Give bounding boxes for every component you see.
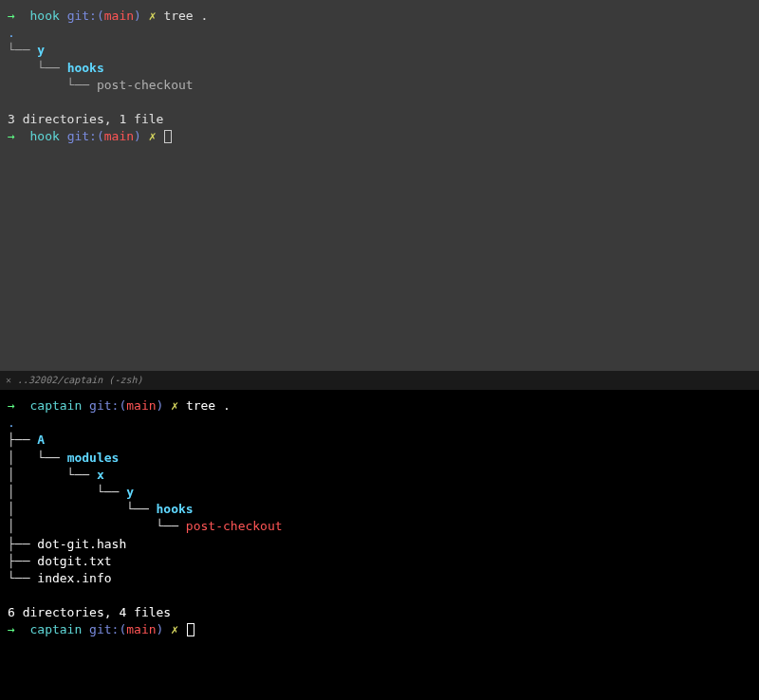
file-dot-git-hash: dot-git.hash (37, 537, 126, 551)
tree-line: ├── dot-git.hash (8, 536, 751, 553)
blank-line (8, 94, 751, 111)
prompt-line: → captain git:(main) ✗ (8, 621, 751, 638)
tree-line: └── y (8, 42, 751, 59)
git-branch: main (104, 9, 134, 23)
terminal-pane-top[interactable]: → hook git:(main) ✗ tree . . └── y └── h… (0, 0, 759, 371)
cursor (164, 130, 172, 143)
git-dirty-icon: ✗ (149, 9, 157, 23)
file-index-info: index.info (37, 571, 111, 585)
tree-line: │ └── post-checkout (8, 518, 751, 535)
git-label-close: ) (134, 9, 141, 23)
tab-bar: ✕ ..32002/captain (-zsh) (0, 371, 759, 390)
cursor (187, 623, 194, 636)
tree-line: ├── dotgit.txt (8, 553, 751, 570)
git-branch: main (104, 129, 134, 143)
tab-label[interactable]: ..32002/captain (-zsh) (17, 374, 142, 387)
file-dotgit-txt: dotgit.txt (37, 554, 111, 568)
prompt-line: → captain git:(main) ✗ tree . (8, 397, 751, 414)
prompt-arrow-icon: → (8, 9, 15, 23)
prompt-dir: hook (29, 9, 59, 23)
command-text: tree . (163, 9, 208, 23)
prompt-dir: captain (29, 398, 82, 413)
folder-hooks: hooks (67, 61, 104, 75)
command-text: tree . (186, 398, 231, 413)
file-post-checkout: post-checkout (97, 78, 194, 92)
tree-line: │ └── modules (8, 450, 751, 467)
tab-close-icon[interactable]: ✕ (6, 374, 11, 387)
tree-line: └── hooks (8, 60, 751, 77)
git-label: git:( (67, 129, 104, 143)
prompt-line: → hook git:(main) ✗ (8, 128, 751, 145)
git-dirty-icon: ✗ (171, 622, 178, 636)
git-label-close: ) (157, 398, 164, 413)
tree-line: │ └── x (8, 467, 751, 484)
git-dirty-icon: ✗ (171, 398, 178, 413)
git-branch: main (126, 398, 156, 413)
file-post-checkout: post-checkout (186, 519, 283, 533)
folder-modules: modules (67, 451, 120, 465)
git-label-close: ) (157, 622, 164, 636)
folder-x: x (97, 468, 104, 482)
tree-summary: 6 directories, 4 files (8, 604, 751, 621)
prompt-dir: captain (29, 622, 82, 636)
prompt-arrow-icon: → (8, 129, 15, 143)
folder-y: y (37, 43, 45, 57)
git-dirty-icon: ✗ (149, 129, 157, 143)
prompt-arrow-icon: → (8, 622, 15, 636)
git-label: git:( (89, 622, 126, 636)
tree-line: └── index.info (8, 570, 751, 587)
tree-summary: 3 directories, 1 file (8, 111, 751, 128)
blank-line (8, 587, 751, 604)
prompt-line: → hook git:(main) ✗ tree . (8, 8, 751, 25)
git-label: git:( (67, 9, 104, 23)
git-label-close: ) (134, 129, 141, 143)
git-branch: main (126, 622, 156, 636)
git-label: git:( (89, 398, 126, 413)
tree-line: ├── A (8, 432, 751, 449)
prompt-dir: hook (29, 129, 59, 143)
folder-a: A (37, 433, 45, 447)
tree-line: │ └── hooks (8, 501, 751, 518)
tree-line: └── post-checkout (8, 77, 751, 94)
terminal-pane-bottom[interactable]: → captain git:(main) ✗ tree . . ├── A │ … (0, 390, 759, 700)
tree-root: . (8, 25, 751, 42)
folder-y: y (126, 485, 134, 499)
tree-root: . (8, 414, 751, 432)
prompt-arrow-icon: → (8, 398, 15, 413)
tree-line: │ └── y (8, 484, 751, 501)
folder-hooks: hooks (157, 502, 194, 516)
